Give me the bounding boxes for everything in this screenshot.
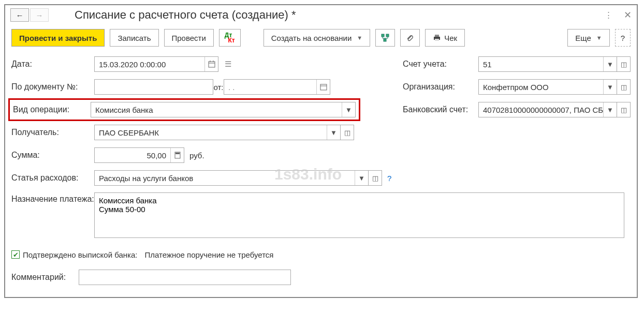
chevron-down-icon: ▼ bbox=[357, 35, 362, 41]
doc-no-label: По документу №: bbox=[11, 82, 94, 92]
post-and-close-button[interactable]: Провести и закрыть bbox=[11, 29, 105, 47]
create-based-label: Создать на основании bbox=[271, 34, 352, 42]
op-type-field[interactable]: Комиссия банка ▼ bbox=[91, 102, 356, 117]
kebab-menu-icon[interactable]: ⋮ bbox=[605, 10, 613, 20]
from-date-value: . . bbox=[224, 83, 316, 92]
recipient-value: ПАО СБЕРБАНК bbox=[95, 128, 327, 137]
expense-value: Расходы на услуги банков bbox=[95, 174, 355, 183]
paperclip-icon bbox=[406, 34, 414, 42]
list-icon[interactable]: ☰ bbox=[225, 59, 231, 69]
open-icon[interactable]: ◫ bbox=[617, 56, 631, 72]
currency-label: руб. bbox=[189, 151, 204, 160]
date-field[interactable]: 15.03.2020 0:00:00 bbox=[94, 56, 218, 72]
org-label: Организация: bbox=[403, 82, 478, 92]
account-value: 51 bbox=[479, 60, 603, 69]
nav-back-button[interactable]: ← bbox=[10, 8, 29, 22]
document-window: ← → Списание с расчетного счета (создани… bbox=[4, 4, 638, 298]
recipient-label: Получатель: bbox=[11, 128, 94, 137]
org-field[interactable]: Конфетпром ООО ▼ bbox=[478, 79, 617, 95]
open-icon[interactable]: ◫ bbox=[617, 102, 631, 117]
arrow-left-icon: ← bbox=[16, 11, 24, 20]
svg-rect-10 bbox=[320, 84, 327, 90]
calculator-icon[interactable] bbox=[170, 148, 184, 162]
dtkt-button[interactable]: Дт Кт bbox=[219, 29, 241, 47]
attachment-button[interactable] bbox=[400, 29, 420, 47]
svg-rect-0 bbox=[382, 34, 384, 37]
check-label: Чек bbox=[444, 34, 457, 42]
account-field[interactable]: 51 ▼ bbox=[478, 56, 617, 72]
bank-acc-label: Банковский счет: bbox=[403, 105, 478, 114]
svg-rect-13 bbox=[175, 153, 180, 154]
date-value: 15.03.2020 0:00:00 bbox=[95, 60, 204, 69]
save-button[interactable]: Записать bbox=[110, 29, 158, 47]
help-link[interactable]: ? bbox=[387, 174, 391, 183]
chevron-down-icon[interactable]: ▼ bbox=[355, 171, 368, 185]
calendar-icon[interactable] bbox=[204, 57, 218, 71]
chevron-down-icon[interactable]: ▼ bbox=[603, 57, 617, 71]
help-button[interactable]: ? bbox=[615, 29, 631, 47]
bank-acc-field[interactable]: 40702810000000000007, ПАО СБЕ ▼ bbox=[478, 102, 617, 117]
date-label: Дата: bbox=[11, 59, 94, 69]
arrow-right-icon: → bbox=[36, 11, 43, 20]
structure-button[interactable] bbox=[375, 29, 395, 47]
purpose-textarea[interactable] bbox=[94, 192, 624, 238]
dtkt-icon: Дт Кт bbox=[225, 33, 235, 43]
payment-order-text: Платежное поручение не требуется bbox=[144, 250, 273, 259]
form-body: Дата: 15.03.2020 0:00:00 ☰ Счет учета: 5… bbox=[5, 51, 637, 297]
amount-value: 50,00 bbox=[95, 151, 170, 160]
open-icon[interactable]: ◫ bbox=[341, 125, 354, 140]
bank-acc-value: 40702810000000000007, ПАО СБЕ bbox=[479, 106, 603, 114]
confirmed-label: Подтверждено выпиской банка: bbox=[23, 250, 137, 259]
confirmed-checkbox[interactable]: ✔ bbox=[11, 250, 20, 259]
svg-rect-1 bbox=[386, 34, 389, 37]
org-value: Конфетпром ООО bbox=[479, 83, 603, 92]
titlebar: ← → Списание с расчетного счета (создани… bbox=[5, 5, 637, 25]
from-date-field[interactable]: . . bbox=[224, 79, 330, 95]
chevron-down-icon: ▼ bbox=[596, 35, 602, 41]
create-based-on-button[interactable]: Создать на основании ▼ bbox=[264, 29, 371, 47]
toolbar: Провести и закрыть Записать Провести Дт … bbox=[5, 25, 637, 51]
svg-rect-5 bbox=[435, 39, 439, 41]
comment-label: Комментарий: bbox=[11, 273, 79, 282]
svg-rect-6 bbox=[209, 62, 215, 67]
chevron-down-icon[interactable]: ▼ bbox=[342, 102, 355, 117]
more-label: Еще bbox=[575, 34, 591, 42]
expense-field[interactable]: Расходы на услуги банков ▼ bbox=[94, 170, 369, 186]
nav-forward-button[interactable]: → bbox=[30, 8, 49, 22]
recipient-field[interactable]: ПАО СБЕРБАНК ▼ bbox=[94, 125, 341, 140]
expense-label: Статья расходов: bbox=[11, 173, 94, 183]
svg-rect-2 bbox=[384, 39, 386, 41]
from-label: от: bbox=[213, 83, 224, 92]
chevron-down-icon[interactable]: ▼ bbox=[603, 102, 617, 117]
account-label: Счет учета: bbox=[403, 59, 478, 69]
nav-buttons: ← → bbox=[10, 8, 49, 22]
purpose-label: Назначение платежа: bbox=[11, 192, 94, 204]
open-icon[interactable]: ◫ bbox=[617, 79, 631, 95]
window-title: Списание с расчетного счета (создание) * bbox=[75, 8, 599, 22]
doc-no-field[interactable] bbox=[94, 79, 213, 95]
amount-label: Сумма: bbox=[11, 151, 94, 160]
svg-rect-4 bbox=[435, 35, 439, 37]
chevron-down-icon[interactable]: ▼ bbox=[603, 80, 617, 94]
op-type-label: Вид операции: bbox=[13, 105, 91, 114]
operation-type-highlight: Вид операции: Комиссия банка ▼ bbox=[8, 98, 360, 121]
open-icon[interactable]: ◫ bbox=[369, 170, 382, 186]
printer-icon bbox=[433, 34, 441, 42]
check-button[interactable]: Чек bbox=[425, 29, 465, 47]
close-button[interactable]: ✕ bbox=[624, 9, 632, 21]
more-button[interactable]: Еще ▼ bbox=[567, 29, 609, 47]
chevron-down-icon[interactable]: ▼ bbox=[327, 125, 340, 140]
structure-icon bbox=[381, 34, 389, 42]
op-type-value: Комиссия банка bbox=[91, 106, 342, 114]
calendar-icon[interactable] bbox=[316, 80, 330, 94]
amount-field[interactable]: 50,00 bbox=[94, 147, 184, 163]
post-button[interactable]: Провести bbox=[164, 29, 214, 47]
comment-field[interactable] bbox=[79, 270, 291, 285]
